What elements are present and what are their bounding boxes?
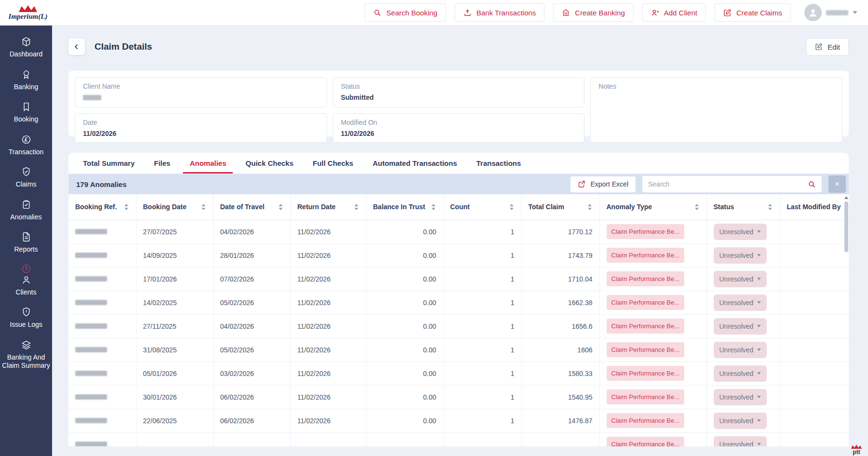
sort-icon[interactable]	[509, 203, 515, 211]
sidebar-item-clients[interactable]: ! Clients	[0, 259, 52, 302]
booking-ref-cell	[68, 291, 136, 314]
sidebar-item-issue-logs[interactable]: Issue Logs	[0, 302, 52, 335]
table-row[interactable]: 14/02/2025 05/02/2026 11/02/2026 0.00 1 …	[68, 291, 849, 314]
sort-icon[interactable]	[278, 203, 284, 211]
sort-icon[interactable]	[353, 203, 359, 211]
tab-files[interactable]: Files	[144, 153, 180, 174]
status-dropdown[interactable]: Unresolved	[714, 389, 767, 405]
table-row[interactable]: 27/11/2025 04/02/2026 11/02/2026 0.00 1 …	[68, 314, 849, 338]
field-date: Date 11/02/2026	[75, 113, 327, 143]
sidebar-item-dashboard[interactable]: Dashboard	[0, 31, 52, 64]
tab-total-summary[interactable]: Total Summary	[73, 153, 144, 174]
table-row[interactable]: 22/06/2025 06/02/2026 11/02/2026 0.00 1 …	[68, 409, 849, 432]
booking-ref-redacted	[75, 323, 107, 329]
tab-transactions[interactable]: Transactions	[467, 153, 531, 174]
search-booking-button[interactable]: Search Booking	[365, 3, 446, 22]
status-dropdown[interactable]: Unresolved	[714, 436, 767, 447]
table-row[interactable]: 31/08/2025 05/02/2026 11/02/2026 0.00 1 …	[68, 338, 849, 362]
table-row[interactable]: 05/01/2026 03/02/2026 11/02/2026 0.00 1 …	[68, 362, 849, 385]
modified-on-value: 11/02/2026	[341, 130, 577, 137]
table-row[interactable]: 14/09/2025 28/01/2026 11/02/2026 0.00 1 …	[68, 243, 849, 267]
table-row[interactable]: 17/01/2026 07/02/2026 11/02/2026 0.00 1 …	[68, 267, 849, 291]
status-dropdown[interactable]: Unresolved	[714, 271, 767, 287]
sort-icon[interactable]	[431, 203, 436, 211]
anomaly-type-badge[interactable]: Claim Performance Be...	[607, 248, 685, 263]
anomaly-type-badge[interactable]: Claim Performance Be...	[607, 271, 685, 286]
total-claim-cell: 1476.87	[521, 409, 599, 432]
edit-button[interactable]: Edit	[806, 38, 849, 55]
anomaly-type-badge[interactable]: Claim Performance Be...	[607, 437, 685, 446]
status-dropdown[interactable]: Unresolved	[714, 295, 767, 311]
status-dropdown-value: Unresolved	[719, 441, 754, 447]
status-dropdown[interactable]: Unresolved	[714, 365, 767, 382]
scroll-up-arrow[interactable]	[844, 196, 848, 199]
export-excel-label: Export Excel	[590, 180, 628, 188]
scrollbar-thumb[interactable]	[844, 201, 848, 252]
create-claims-button[interactable]: Create Claims	[715, 3, 791, 22]
date-of-travel-cell: 07/02/2026	[213, 267, 290, 291]
tab-quick-checks[interactable]: Quick Checks	[236, 153, 303, 174]
table-scrollbar[interactable]	[844, 196, 848, 444]
status-dropdown-value: Unresolved	[719, 228, 754, 236]
sort-icon[interactable]	[587, 203, 593, 211]
booking-date-cell: 14/09/2025	[136, 243, 213, 267]
anomaly-type-badge[interactable]: Claim Performance Be...	[607, 366, 685, 381]
sort-icon[interactable]	[201, 203, 206, 211]
col-label: Booking Date	[143, 203, 187, 211]
client-name-redacted	[83, 95, 101, 100]
tab-automated-transactions[interactable]: Automated Transactions	[363, 153, 467, 174]
status-dropdown[interactable]: Unresolved	[714, 342, 767, 358]
status-cell: Unresolved	[706, 291, 780, 314]
sidebar-item-anomalies[interactable]: Anomalies	[0, 194, 52, 227]
back-button[interactable]	[68, 39, 85, 55]
last-modified-by-cell	[780, 432, 849, 446]
tab-full-checks[interactable]: Full Checks	[303, 153, 363, 174]
app-logo[interactable]: Imperium(L)	[6, 5, 50, 21]
table-row[interactable]: Claim Performance Be... Unresolved	[68, 432, 849, 446]
shield-check-icon	[21, 167, 31, 177]
add-client-button[interactable]: Add Client	[642, 3, 706, 22]
col-label: Return Date	[298, 203, 336, 211]
anomaly-type-badge[interactable]: Claim Performance Be...	[607, 224, 685, 239]
pound-circle-icon	[21, 134, 31, 145]
sidebar-item-banking-claim-summary[interactable]: Banking And Claim Summary	[0, 335, 52, 376]
anomaly-type-badge[interactable]: Claim Performance Be...	[607, 413, 685, 428]
anomaly-type-badge[interactable]: Claim Performance Be...	[607, 319, 685, 334]
anomaly-type-cell: Claim Performance Be...	[599, 432, 706, 446]
sort-icon[interactable]	[694, 203, 700, 211]
sidebar-item-claims[interactable]: Claims	[0, 161, 52, 194]
banking-icon	[21, 69, 31, 80]
col-anomaly-type: Anomaly Type	[599, 194, 706, 220]
date-value: 11/02/2026	[83, 130, 319, 137]
sidebar-item-transaction[interactable]: Transaction	[0, 129, 52, 162]
sort-icon[interactable]	[767, 203, 773, 211]
tab-anomalies[interactable]: Anomalies	[180, 153, 236, 174]
anomaly-type-badge[interactable]: Claim Performance Be...	[607, 295, 685, 310]
sidebar-item-reports[interactable]: Reports	[0, 227, 52, 259]
main-content: Claim Details Edit Client Name Status Su…	[52, 26, 868, 456]
search-input[interactable]	[648, 180, 808, 188]
close-button[interactable]: ×	[828, 175, 846, 193]
bank-transactions-button[interactable]: Bank Transactions	[455, 3, 544, 22]
sidebar-item-booking[interactable]: Booking	[0, 96, 52, 129]
export-excel-button[interactable]: Export Excel	[570, 176, 636, 192]
avatar	[804, 4, 822, 21]
anomaly-type-badge[interactable]: Claim Performance Be...	[607, 342, 685, 357]
table-row[interactable]: 27/07/2025 04/02/2026 11/02/2026 0.00 1 …	[68, 220, 849, 243]
chevron-down-icon	[757, 278, 761, 280]
status-dropdown[interactable]: Unresolved	[714, 247, 767, 264]
status-dropdown[interactable]: Unresolved	[714, 413, 767, 429]
field-label: Date	[83, 119, 319, 126]
search-icon[interactable]	[808, 180, 816, 188]
table-row[interactable]: 30/01/2026 06/02/2026 11/02/2026 0.00 1 …	[68, 385, 849, 409]
anomaly-type-cell: Claim Performance Be...	[599, 267, 706, 291]
anomaly-type-badge[interactable]: Claim Performance Be...	[607, 389, 685, 404]
user-menu[interactable]	[804, 4, 857, 21]
sidebar-item-banking[interactable]: Banking	[0, 64, 52, 97]
last-modified-by-cell	[780, 362, 849, 385]
status-dropdown[interactable]: Unresolved	[714, 224, 767, 240]
status-dropdown[interactable]: Unresolved	[714, 318, 767, 335]
balance-in-trust-cell: 0.00	[366, 243, 443, 267]
sort-icon[interactable]	[123, 203, 129, 211]
create-banking-button[interactable]: Create Banking	[553, 3, 633, 22]
